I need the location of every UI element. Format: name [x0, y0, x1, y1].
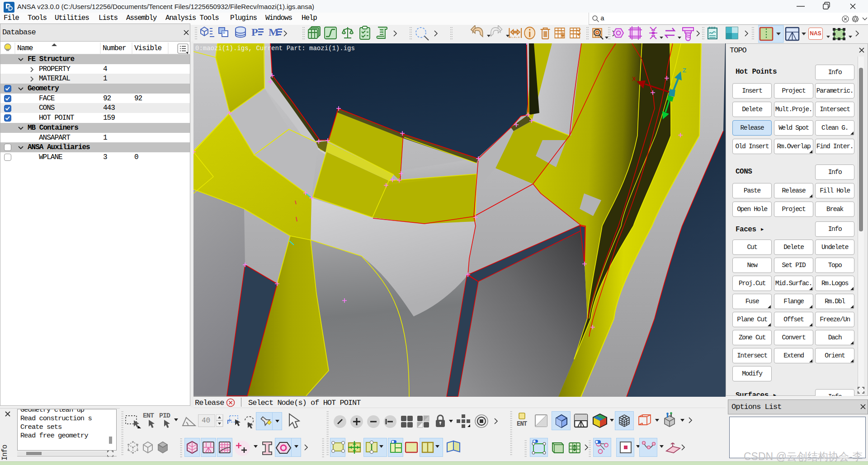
- svg-text:P: P: [251, 26, 258, 38]
- svg-text:z: z: [682, 66, 687, 75]
- svg-text:x: x: [632, 75, 637, 83]
- svg-text:0:maozi(1).igs, Current Pa: 0:maozi(1).igs, Current Part: maozi(1).i…: [195, 45, 355, 52]
- svg-text:M: M: [269, 26, 279, 38]
